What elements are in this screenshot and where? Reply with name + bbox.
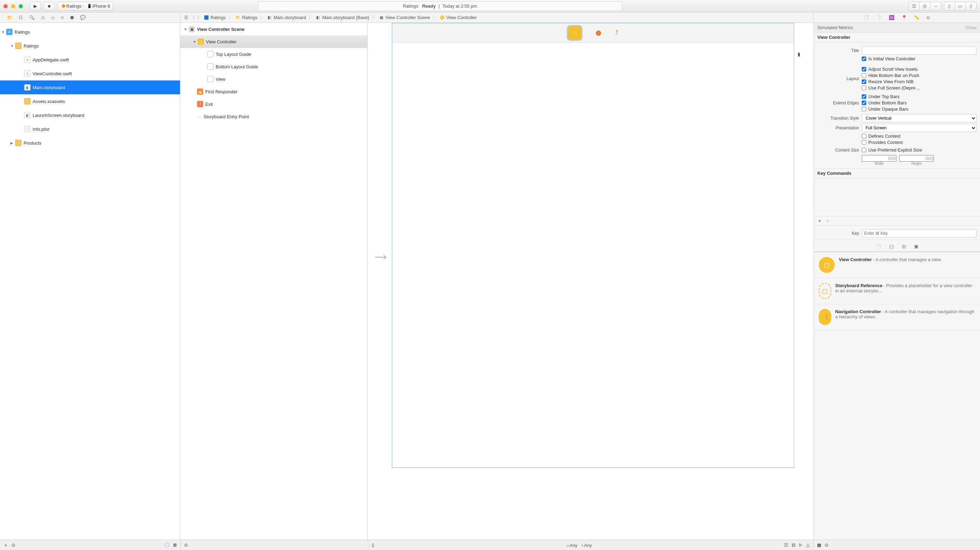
hide-bottom-checkbox[interactable] [862,73,866,78]
nav-group[interactable]: ▼ Ratings [0,39,180,53]
library-item[interactable]: ◻ View Controller - A controller that ma… [814,252,980,278]
identity-inspector-tab[interactable]: 🆔 [889,15,894,20]
connections-inspector-tab[interactable]: ⊝ [926,15,930,20]
key-field[interactable] [862,229,977,238]
first-responder-dock-icon[interactable]: ⬣ [595,29,601,37]
disclosure-icon[interactable]: ▶ [10,141,14,145]
outline-filter-button[interactable]: ⊙ [184,542,188,548]
standard-editor-button[interactable]: ☰ [908,2,920,11]
library-filter-button[interactable]: ⊙ [825,542,829,548]
stop-button[interactable]: ■ [44,2,55,11]
show-button[interactable]: Show [965,25,977,30]
disclosure-icon[interactable]: ▼ [193,40,197,44]
size-class-control[interactable]: wAny hAny [378,542,781,548]
object-library-tab[interactable]: ◎ [902,244,906,249]
crumb-group[interactable]: 📁Ratings [235,15,257,21]
under-bottom-checkbox[interactable] [862,100,866,105]
crumb-base[interactable]: ◧Main.storyboard (Base) [315,15,369,21]
vc-dock-icon[interactable]: ◻ [568,26,582,40]
pin-button[interactable]: ⊩ [799,542,803,548]
view-controller-canvas[interactable]: ◻ ⬣ ⤴ [392,23,794,468]
nav-file-selected[interactable]: ◧ Main.storyboard [0,81,180,94]
embed-in-stack-button[interactable]: ☷ [784,542,788,548]
nav-file[interactable]: ◧ LaunchScreen.storyboard [0,108,180,122]
assistant-editor-button[interactable]: ◎ [919,2,931,11]
symbol-navigator-tab[interactable]: ☷ [19,15,23,20]
test-navigator-tab[interactable]: ◇ [51,15,55,20]
entry-point-arrow-icon[interactable]: → [371,245,390,267]
related-items-button[interactable]: ☰ [184,15,188,20]
width-field[interactable] [862,155,896,162]
adjust-scroll-checkbox[interactable] [862,67,866,72]
presentation-select[interactable]: Full Screen [862,124,977,132]
defines-context-checkbox[interactable] [862,134,866,138]
resize-nib-checkbox[interactable] [862,79,866,84]
issue-navigator-tab[interactable]: ⚠ [41,15,45,20]
disclosure-icon[interactable]: ▼ [184,27,188,31]
outline-child[interactable]: View [180,73,367,85]
under-top-checkbox[interactable] [862,94,866,99]
run-button[interactable]: ▶ [30,2,41,11]
library-grid-button[interactable]: ▦ [817,542,821,548]
filter-button[interactable]: ⊙ [11,542,15,548]
file-inspector-tab[interactable]: 📄 [864,15,869,20]
quick-help-tab[interactable]: ❔ [876,15,882,20]
disclosure-icon[interactable]: ▼ [10,44,14,48]
outline-exit[interactable]: ⤴ Exit [180,98,367,110]
library-item[interactable]: 〈 Navigation Controller - A controller t… [814,304,980,330]
title-field[interactable] [862,46,977,55]
library-item[interactable]: ◻ Storyboard Reference - Provides a plac… [814,278,980,304]
breakpoint-navigator-tab[interactable]: ⬢ [70,15,74,20]
zoom-window-button[interactable] [19,4,23,8]
outline-vc[interactable]: ▼ ◻ View Controller [180,35,367,48]
scm-filter-button[interactable]: ⊠ [173,542,177,548]
scheme-selector[interactable]: 🔶 Ratings 〉 📱 iPhone 6 [57,2,113,11]
size-inspector-tab[interactable]: 📏 [914,15,919,20]
crumb-scene[interactable]: ▦View Controller Scene [379,15,430,21]
add-button[interactable]: ＋ [3,542,8,548]
nav-file[interactable]: 📄 Info.plist [0,122,180,136]
attributes-inspector-tab[interactable]: 📍 [901,15,907,20]
close-window-button[interactable] [3,4,8,8]
file-template-library-tab[interactable]: 📄 [876,244,881,249]
jump-bar[interactable]: ☰ 〈 〉 🟦Ratings〉 📁Ratings〉 ◧Main.storyboa… [181,14,813,21]
back-button[interactable]: 〈 [190,14,195,21]
toggle-navigator-button[interactable]: ▯ [944,2,955,11]
transition-select[interactable]: Cover Vertical [862,114,977,122]
find-navigator-tab[interactable]: 🔍 [29,15,35,20]
version-editor-button[interactable]: ↔ [930,2,941,11]
add-key-command-button[interactable]: ＋ [817,218,822,224]
align-button[interactable]: ⊟ [792,542,795,548]
nav-file[interactable]: s ViewController.swift [0,67,180,81]
code-snippet-library-tab[interactable]: { } [889,244,894,249]
full-screen-checkbox[interactable] [862,86,866,90]
media-library-tab[interactable]: ▣ [914,244,918,249]
outline-child[interactable]: Bottom Layout Guide [180,60,367,73]
nav-file[interactable]: s AppDelegate.swift [0,53,180,67]
height-field[interactable] [899,155,934,162]
outline-scene[interactable]: ▼ ▦ View Controller Scene [180,23,367,35]
storyboard-canvas[interactable]: → ◻ ⬣ ⤴ ▮ [368,23,813,540]
nav-file[interactable]: Assets.xcassets [0,94,180,108]
exit-dock-icon[interactable]: ⤴ [615,29,618,37]
nav-products[interactable]: ▶ Products [0,136,180,150]
recent-filter-button[interactable]: 🕘 [164,542,170,548]
project-navigator-tab[interactable]: 📁 [7,15,13,20]
disclosure-icon[interactable]: ▼ [2,30,6,34]
nav-root[interactable]: ▼ A Ratings [0,25,180,39]
use-preferred-checkbox[interactable] [862,148,866,152]
outline-entry-point[interactable]: → Storyboard Entry Point [180,110,367,123]
outline-child[interactable]: Top Layout Guide [180,48,367,60]
toggle-utilities-button[interactable]: ▯ [966,2,977,11]
crumb-project[interactable]: 🟦Ratings [204,15,226,21]
provides-context-checkbox[interactable] [862,140,866,145]
report-navigator-tab[interactable]: 💬 [80,15,86,20]
crumb-file[interactable]: ◧Main.storyboard [267,15,306,21]
debug-navigator-tab[interactable]: ⎋ [61,15,64,20]
initial-vc-checkbox[interactable] [862,57,866,61]
forward-button[interactable]: 〉 [197,14,202,21]
crumb-vc[interactable]: 🟡View Controller [439,15,477,21]
resolve-issues-button[interactable]: △ [806,542,810,548]
toggle-debug-button[interactable]: ▭ [955,2,966,11]
remove-key-command-button[interactable]: － [825,218,830,224]
